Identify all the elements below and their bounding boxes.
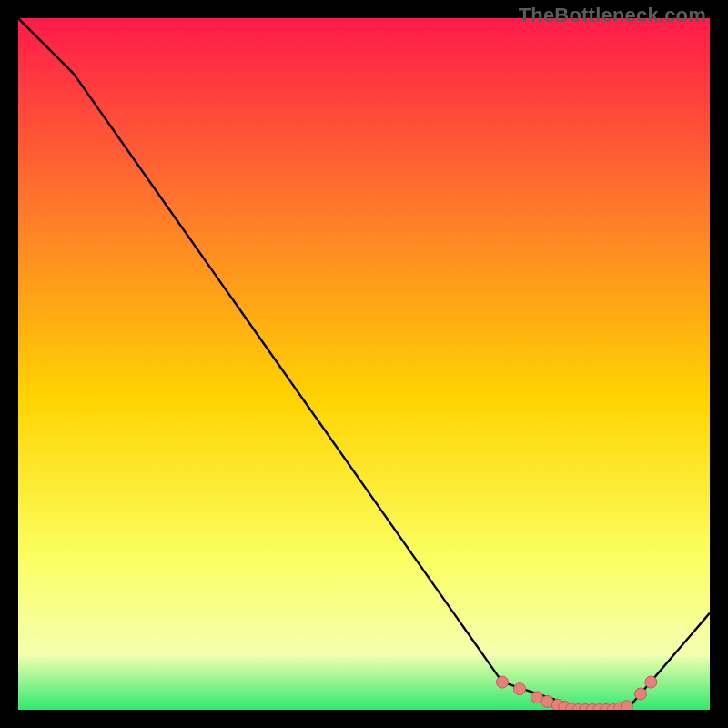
- chart-frame: [18, 18, 710, 710]
- data-point-marker: [514, 683, 526, 695]
- gradient-background: [18, 18, 710, 710]
- data-point-marker: [621, 701, 632, 710]
- data-point-marker: [635, 688, 647, 700]
- data-point-marker: [497, 676, 509, 688]
- bottleneck-chart: [18, 18, 710, 710]
- watermark-label: TheBottleneck.com: [519, 4, 706, 27]
- data-point-marker: [645, 676, 657, 688]
